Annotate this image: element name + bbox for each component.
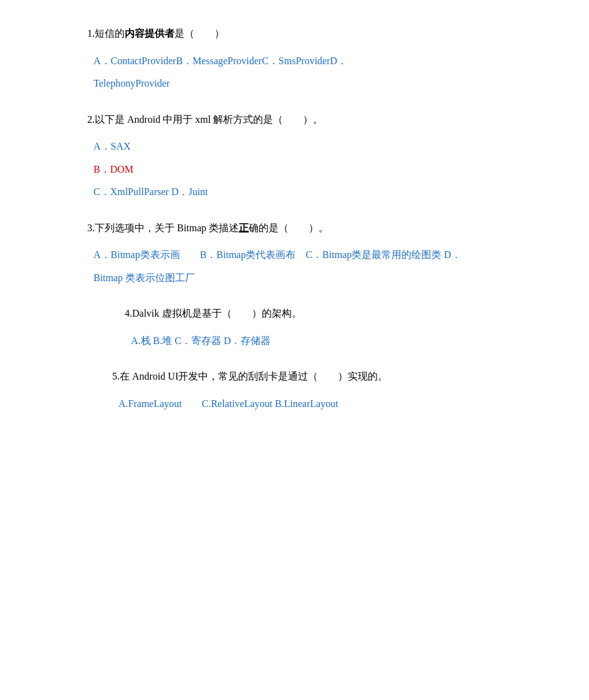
q4-number: 4.	[125, 308, 132, 319]
question-1: 1.短信的内容提供者是（ ） A．ContactProviderB．Messag…	[87, 25, 527, 93]
q3-text-after: 确的是（ ）。	[249, 223, 328, 233]
q1-options: A．ContactProviderB．MessageProviderC．SmsP…	[93, 52, 527, 93]
question-2: 2.以下是 Android 中用于 xml 解析方式的是（ ）。 A．SAX B…	[87, 111, 527, 202]
q1-number: 1.	[87, 28, 95, 39]
question-3: 3.下列选项中，关于 Bitmap 类描述正确的是（ ）。 A．Bitmap类表…	[87, 219, 527, 288]
q2-number: 2.	[87, 114, 95, 125]
q3-option-line2: Bitmap 类表示位图工厂	[93, 269, 527, 287]
question-5: 5.在 Android UI开发中，常见的刮刮卡是通过（ ）实现的。 A.Fra…	[112, 368, 527, 413]
q2-option-cd: C．XmlPullParser D．Juint	[93, 183, 527, 201]
q1-bold-text: 内容提供者	[125, 28, 175, 39]
q2-options: A．SAX B．DOM C．XmlPullParser D．Juint	[93, 137, 527, 201]
q3-number: 3.	[87, 223, 95, 233]
question-2-title: 2.以下是 Android 中用于 xml 解析方式的是（ ）。	[87, 111, 527, 129]
q1-text-after: 是（ ）	[175, 28, 224, 39]
q5-option-line: A.FrameLayout C.RelativeLayout B.LinearL…	[118, 395, 527, 413]
q4-option-line: A.栈 B.堆 C．寄存器 D．存储器	[131, 332, 527, 350]
q1-option-line2: TelephonyProvider	[93, 74, 527, 93]
q3-bold-text: 正	[239, 223, 249, 233]
q5-options: A.FrameLayout C.RelativeLayout B.LinearL…	[118, 395, 527, 413]
q5-number: 5.	[112, 371, 120, 381]
q2-option-b: B．DOM	[93, 160, 527, 179]
question-4: 4.Dalvik 虚拟机是基于（ ）的架构。 A.栈 B.堆 C．寄存器 D．存…	[125, 305, 527, 350]
q4-options: A.栈 B.堆 C．寄存器 D．存储器	[131, 332, 527, 350]
q2-text: 以下是 Android 中用于 xml 解析方式的是（ ）。	[95, 114, 323, 125]
q3-options: A．Bitmap类表示画 B．Bitmap类代表画布 C．Bitmap类是最常用…	[93, 246, 527, 287]
q1-option-line1: A．ContactProviderB．MessageProviderC．SmsP…	[93, 52, 527, 70]
question-3-title: 3.下列选项中，关于 Bitmap 类描述正确的是（ ）。	[87, 219, 527, 237]
q3-option-line1: A．Bitmap类表示画 B．Bitmap类代表画布 C．Bitmap类是最常用…	[93, 246, 527, 264]
q1-text-before: 短信的	[95, 28, 125, 39]
q3-text-before: 下列选项中，关于 Bitmap 类描述	[95, 223, 239, 233]
question-5-title: 5.在 Android UI开发中，常见的刮刮卡是通过（ ）实现的。	[112, 368, 527, 386]
question-4-title: 4.Dalvik 虚拟机是基于（ ）的架构。	[125, 305, 527, 323]
question-1-title: 1.短信的内容提供者是（ ）	[87, 25, 527, 43]
q2-option-a: A．SAX	[93, 137, 527, 156]
q5-text: 在 Android UI开发中，常见的刮刮卡是通过（ ）实现的。	[120, 371, 388, 381]
q4-text: Dalvik 虚拟机是基于（ ）的架构。	[132, 308, 302, 319]
